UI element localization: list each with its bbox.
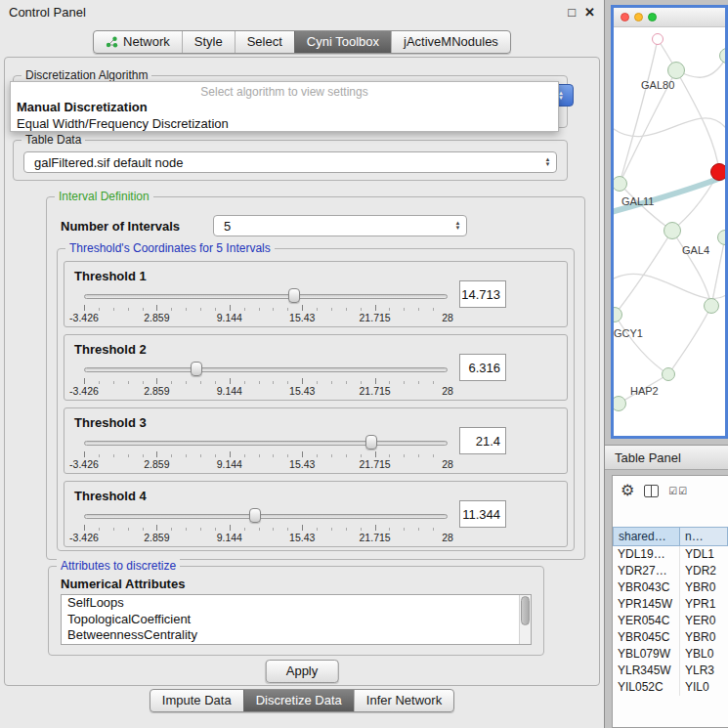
network-node-gal80[interactable] — [667, 62, 685, 79]
threshold-1-label: Threshold 1 — [74, 269, 147, 283]
tab-infer-network[interactable]: Infer Network — [354, 690, 453, 711]
network-node[interactable] — [611, 396, 626, 411]
threshold-4-panel: Threshold 4 -3.426 2.859 9.144 15.43 21.… — [64, 481, 568, 547]
number-of-intervals-combobox[interactable]: 5 ▲▼ — [213, 215, 467, 236]
table-data-combobox[interactable]: galFiltered.sif default node ▲▼ — [23, 151, 557, 173]
slider-scale-labels: -3.426 2.859 9.144 15.43 21.715 28 — [84, 385, 448, 397]
network-canvas[interactable]: GAL80 GAL11 GAL4 GCY1 HAP2 — [614, 27, 725, 436]
table-row[interactable]: YBR045C YBR0 — [613, 629, 728, 646]
table-row[interactable]: YIL052C YIL0 — [613, 679, 728, 696]
tab-jactivemodules[interactable]: jActiveMNodules — [391, 31, 510, 53]
slider-scale-labels: -3.426 2.859 9.144 15.43 21.715 28 — [84, 532, 448, 543]
table-data-combobox-value: galFiltered.sif default node — [24, 155, 541, 170]
cell: YBL0 — [680, 646, 728, 663]
slider-track[interactable] — [84, 514, 448, 519]
close-icon[interactable]: ✕ — [584, 5, 595, 20]
window-title: Control Panel — [9, 5, 86, 20]
attributes-group: Attributes to discretize Numerical Attri… — [48, 566, 544, 656]
threshold-2-slider[interactable]: -3.426 2.859 9.144 15.43 21.715 28 — [84, 362, 448, 397]
top-tab-bar: Network Style Select Cyni Toolbox jActiv… — [0, 30, 604, 54]
apply-button[interactable]: Apply — [266, 660, 339, 683]
list-item-betweennesscentrality[interactable]: BetweennessCentrality — [62, 627, 531, 644]
network-node[interactable] — [717, 230, 728, 245]
interval-definition-group-label: Interval Definition — [55, 190, 153, 204]
close-traffic-light[interactable] — [621, 13, 629, 21]
slider-thumb[interactable] — [365, 435, 377, 450]
tab-network-label: Network — [123, 34, 170, 49]
slider-thumb[interactable] — [249, 508, 261, 523]
threshold-1-slider[interactable]: -3.426 2.859 9.144 15.43 21.715 28 — [84, 288, 448, 323]
column-header-name[interactable]: n… — [680, 527, 728, 546]
thresholds-group-label: Threshold's Coordinates for 5 Intervals — [65, 241, 275, 256]
table-row[interactable]: YBR043C YBR0 — [613, 579, 728, 596]
list-item-selfloops[interactable]: SelfLoops — [62, 595, 531, 612]
column-header-shared-name[interactable]: shared… — [613, 527, 680, 546]
threshold-2-label: Threshold 2 — [74, 342, 147, 357]
table-row[interactable]: YDL19… YDL1 — [613, 546, 728, 563]
threshold-3-value-field[interactable]: 21.4 — [459, 427, 506, 454]
threshold-1-value-field[interactable]: 14.713 — [459, 280, 506, 308]
dropdown-option-equal-width-frequency[interactable]: Equal Width/Frequency Discretization — [11, 115, 558, 132]
tab-network[interactable]: Network — [94, 31, 182, 53]
float-icon[interactable]: □ — [568, 5, 576, 20]
slider-thumb[interactable] — [191, 362, 202, 376]
threshold-3-slider[interactable]: -3.426 2.859 9.144 15.43 21.715 28 — [84, 435, 448, 470]
slider-track[interactable] — [84, 367, 448, 372]
table-row[interactable]: YER054C YER0 — [613, 613, 728, 629]
table-toolbar: ⚙ ☑☑ — [613, 476, 728, 505]
table-row[interactable]: YLR345W YLR3 — [613, 663, 728, 679]
tab-style[interactable]: Style — [182, 31, 235, 53]
table-row[interactable]: YBL079W YBL0 — [613, 646, 728, 663]
cell: YBR045C — [613, 629, 680, 646]
node-label-gcy1: GCY1 — [614, 327, 643, 339]
columns-icon[interactable] — [644, 485, 659, 497]
table-data-group: Table Data galFiltered.sif default node … — [13, 140, 568, 181]
zoom-traffic-light[interactable] — [648, 13, 657, 21]
list-scrollbar-thumb[interactable] — [521, 596, 530, 625]
cell: YPR1 — [680, 596, 728, 613]
algorithm-placeholder: Select algorithm to view settings — [11, 82, 558, 99]
network-node-gal11[interactable] — [612, 176, 627, 192]
network-node-selected-red[interactable] — [710, 163, 728, 181]
node-label-hap2: HAP2 — [630, 385, 659, 397]
network-node-gal4[interactable] — [664, 222, 681, 239]
network-node[interactable] — [652, 33, 664, 45]
tab-cyni-toolbox[interactable]: Cyni Toolbox — [294, 31, 391, 53]
threshold-4-slider[interactable]: -3.426 2.859 9.144 15.43 21.715 28 — [84, 508, 448, 543]
algorithm-dropdown-popup: Select algorithm to view settings Manual… — [10, 81, 559, 132]
list-item-topologicalcoefficient[interactable]: TopologicalCoefficient — [62, 612, 531, 628]
number-of-intervals-label: Number of Intervals — [61, 219, 180, 234]
table-row[interactable]: YDR27… YDR2 — [613, 563, 728, 579]
tab-select[interactable]: Select — [235, 31, 294, 53]
minimize-traffic-light[interactable] — [634, 13, 643, 21]
tab-discretize-data[interactable]: Discretize Data — [243, 690, 354, 711]
combobox-spinner-icon: ▲▼ — [451, 221, 466, 231]
select-columns-icon[interactable]: ☑☑ — [668, 486, 688, 496]
cell: YDR2 — [680, 563, 728, 579]
network-node[interactable] — [704, 298, 719, 314]
slider-thumb[interactable] — [288, 288, 300, 303]
combobox-spinner-icon: ▲▼ — [541, 157, 556, 167]
cell: YBR0 — [680, 629, 728, 646]
table-header-row: shared… n… — [613, 527, 728, 546]
tab-select-label: Select — [247, 34, 282, 49]
node-table: shared… n… YDL19… YDL1 YDR27… YDR2 YBR04… — [613, 527, 728, 696]
network-node[interactable] — [719, 48, 728, 64]
threshold-3-panel: Threshold 3 -3.426 2.859 9.144 15.43 21.… — [64, 407, 568, 474]
list-scrollbar[interactable] — [519, 595, 531, 644]
table-row[interactable]: YPR145W YPR1 — [613, 596, 728, 613]
cyni-toolbox-panel: Discretization Algorithm ▲ ▼ Select algo… — [4, 57, 600, 686]
tab-infer-network-label: Infer Network — [366, 693, 442, 707]
threshold-4-value-field[interactable]: 11.344 — [459, 500, 506, 528]
slider-track[interactable] — [84, 294, 448, 299]
cell: YBR043C — [613, 579, 680, 596]
gear-icon[interactable]: ⚙ — [621, 483, 634, 498]
dropdown-option-manual-discretization[interactable]: Manual Discretization — [11, 99, 558, 115]
slider-ticks — [84, 451, 448, 457]
threshold-3-label: Threshold 3 — [74, 415, 147, 430]
network-node-hap2[interactable] — [662, 367, 675, 381]
tab-impute-data[interactable]: Impute Data — [150, 690, 243, 711]
threshold-2-value-field[interactable]: 6.316 — [459, 354, 506, 381]
slider-track[interactable] — [84, 441, 448, 446]
cell: YBL079W — [613, 646, 680, 663]
